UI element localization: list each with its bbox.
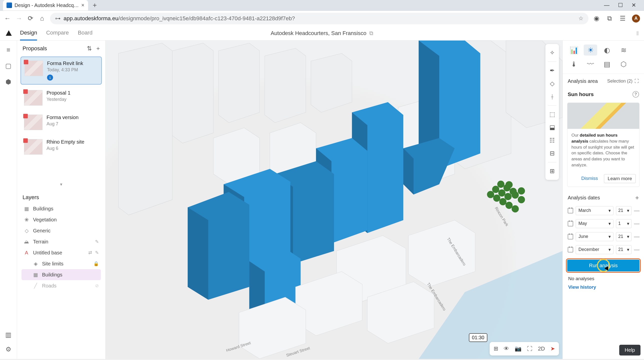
edit-icon[interactable]: ✎ — [95, 250, 99, 255]
viewport-3d[interactable]: Howard Street Steuart Street The Embarca… — [106, 41, 562, 359]
home-icon[interactable]: ⌂ — [39, 15, 46, 22]
proposal-card[interactable]: Rhino Empty site Aug 6 — [21, 136, 102, 158]
section-icon[interactable]: ⊟ — [545, 148, 559, 159]
calendar-icon — [568, 208, 573, 213]
forma-logo-icon[interactable] — [5, 30, 13, 37]
thermo-icon[interactable]: 🌡 — [567, 59, 581, 70]
run-analysis-button[interactable]: Run analysis — [567, 260, 639, 271]
browser-tab[interactable]: Design - Autodesk Headcq… × — [3, 0, 88, 11]
bookmark-icon[interactable]: ☆ — [578, 15, 583, 22]
project-title: Autodesk Headcourters, San Fransisco ⧉ — [271, 30, 374, 37]
box-icon[interactable]: ⬚ — [545, 109, 559, 120]
layer-row[interactable]: ◇Generic — [22, 225, 101, 236]
layer-row[interactable]: ▦Buildings — [22, 203, 101, 214]
lens-icon[interactable]: ◉ — [593, 15, 600, 22]
add-date-icon[interactable]: + — [635, 194, 639, 202]
view-history-link[interactable]: View history — [563, 284, 644, 290]
layer-row[interactable]: ⛰Terrain✎ — [22, 236, 101, 247]
energy-icon[interactable]: ⬡ — [617, 59, 630, 70]
proposal-card[interactable]: Proposal 1 Yesterday — [21, 87, 102, 109]
reload-icon[interactable]: ⟳ — [27, 15, 34, 22]
minimize-icon[interactable]: — — [604, 2, 609, 9]
levels-icon[interactable]: ☷ — [545, 135, 559, 146]
url-field[interactable]: ⊶ app.autodeskforma.eu/designmode/pro_iv… — [50, 13, 588, 24]
learn-more-button[interactable]: Learn more — [604, 174, 636, 183]
solar-panel-icon[interactable]: ▤ — [600, 59, 614, 70]
view-mode-2d[interactable]: 2D — [538, 345, 545, 352]
pen-icon[interactable]: ✒ — [545, 65, 559, 76]
adjust-icon[interactable]: ⟊ — [545, 91, 559, 102]
hamburger-icon[interactable]: ≡ — [4, 46, 13, 54]
close-tab-icon[interactable]: × — [81, 2, 85, 9]
sun-info-card: Our detailed sun hours analysis calculat… — [567, 103, 639, 187]
layer-row[interactable]: ╱Roads⊘ — [22, 280, 101, 291]
speed-icon[interactable]: ◐ — [600, 45, 614, 56]
day-select[interactable]: 21▾ — [616, 245, 631, 254]
header-extensions-icon[interactable]: ⫴ — [636, 30, 639, 37]
settings-icon[interactable]: ⚙ — [4, 345, 13, 353]
eye-icon[interactable]: 👁 — [504, 345, 509, 352]
extrude-icon[interactable]: ⬓ — [545, 122, 559, 133]
layer-row[interactable]: ❀Vegetation — [22, 214, 101, 225]
map-icon[interactable]: ▢ — [4, 62, 13, 70]
proposals-list[interactable]: Forma Revit link Today, 4:33 PM 1 Propos… — [17, 57, 105, 179]
right-panel: 📊 ☀ ◐ ≋ 🌡 〰 ▤ ⬡ Analysis area Selection … — [562, 41, 644, 359]
month-select[interactable]: December▾ — [576, 245, 613, 254]
wind-icon[interactable]: ≋ — [617, 45, 630, 56]
shape-icon[interactable]: ◇ — [545, 78, 559, 89]
tab-design[interactable]: Design — [20, 26, 37, 41]
back-icon[interactable]: ← — [4, 15, 11, 22]
reading-list-icon[interactable]: ☰ — [619, 15, 626, 22]
cube-icon[interactable]: ⬢ — [4, 78, 13, 86]
hidden-icon[interactable]: ⊘ — [95, 283, 99, 288]
day-select[interactable]: 1▾ — [616, 219, 631, 228]
remove-date-icon[interactable]: — — [634, 233, 639, 240]
day-select[interactable]: 21▾ — [616, 206, 631, 215]
tab-board[interactable]: Board — [78, 26, 93, 41]
camera-icon[interactable]: 📷 — [515, 345, 521, 352]
dismiss-button[interactable]: Dismiss — [579, 174, 600, 183]
profile-avatar[interactable]: A — [632, 15, 640, 23]
date-row: May▾ 1▾ — — [563, 217, 644, 230]
layer-row[interactable]: AUntitled base⇄✎ — [22, 247, 101, 258]
month-select[interactable]: May▾ — [576, 219, 613, 228]
selection-count[interactable]: Selection (2)⛶ — [607, 79, 639, 84]
maximize-icon[interactable]: ☐ — [618, 2, 623, 9]
extensions-icon[interactable]: ⧉ — [606, 15, 613, 22]
sun-icon[interactable]: ☀ — [584, 45, 597, 56]
month-select[interactable]: June▾ — [576, 232, 613, 241]
remove-date-icon[interactable]: — — [634, 220, 639, 227]
site-settings-icon[interactable]: ⊶ — [55, 15, 61, 22]
help-icon[interactable]: ? — [632, 91, 639, 98]
help-button[interactable]: Help — [619, 345, 640, 355]
remove-date-icon[interactable]: — — [634, 246, 639, 253]
month-select[interactable]: March▾ — [576, 206, 613, 215]
chart-icon[interactable]: 📊 — [567, 45, 581, 56]
grid-icon[interactable]: ⊞ — [494, 345, 498, 352]
remove-date-icon[interactable]: — — [634, 207, 639, 214]
proposal-card[interactable]: Forma version Aug 7 — [21, 111, 102, 134]
add-proposal-icon[interactable]: + — [96, 45, 100, 52]
filter-icon[interactable]: ⇅ — [87, 45, 92, 52]
day-select[interactable]: 21▾ — [616, 232, 631, 241]
close-window-icon[interactable]: ✕ — [631, 2, 636, 9]
swap-icon[interactable]: ⇄ — [88, 250, 92, 255]
compass-icon[interactable]: ➤ — [550, 345, 555, 352]
scroll-down-icon[interactable]: ▾ — [17, 179, 105, 190]
layer-row[interactable]: ▦Buildings — [22, 269, 101, 280]
tab-compare[interactable]: Compare — [46, 26, 69, 41]
forward-icon[interactable]: → — [16, 15, 23, 22]
modules-icon[interactable]: ⊞ — [545, 165, 559, 177]
proposal-card[interactable]: Forma Revit link Today, 4:33 PM 1 — [21, 57, 102, 85]
noise-icon[interactable]: 〰 — [584, 59, 597, 70]
external-link-icon[interactable]: ⧉ — [369, 30, 373, 37]
new-tab-button[interactable]: + — [91, 1, 99, 9]
expand-icon[interactable]: ⛶ — [634, 79, 639, 84]
library-icon[interactable]: ▥ — [4, 330, 13, 339]
edit-icon[interactable]: ✎ — [95, 239, 99, 244]
magic-wand-icon[interactable]: ✧ — [545, 47, 559, 59]
svg-marker-27 — [408, 220, 475, 287]
fullscreen-icon[interactable]: ⛶ — [527, 345, 532, 352]
layer-row[interactable]: ◈Site limits🔒 — [22, 258, 101, 269]
lock-icon[interactable]: 🔒 — [93, 261, 99, 266]
